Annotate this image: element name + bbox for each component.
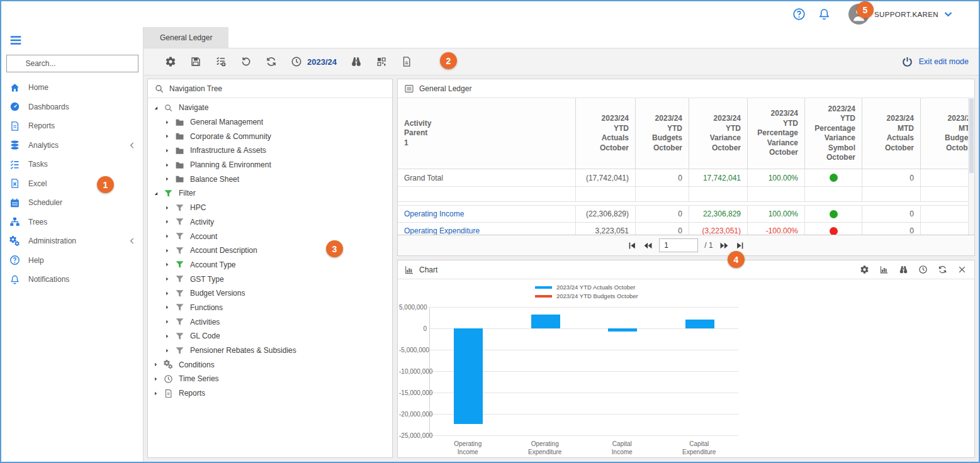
column-header-2023-24-ytd-percentage-variance-october[interactable]: 2023/24 YTD Percentage Variance October (748, 98, 805, 169)
layout-button[interactable] (376, 56, 387, 67)
column-header-2023-24-ytd-percentage-variance-symbol-october[interactable]: 2023/24 YTD Percentage Variance Symbol O… (805, 98, 862, 169)
save-button[interactable] (190, 56, 201, 67)
find-button[interactable] (351, 56, 362, 67)
column-header-2023-24-ytd-budgets-october[interactable]: 2023/24 YTD Budgets October (636, 98, 689, 169)
notification-bell-icon[interactable] (818, 8, 831, 21)
caret-icon[interactable] (164, 162, 170, 168)
tree-item-activities[interactable]: Activities (148, 315, 392, 329)
caret-icon[interactable] (153, 391, 159, 396)
table-row-operating-income: Operating Income(22,306,829)022,306,8291… (398, 206, 974, 223)
tree-item-corporate-community[interactable]: Corporate & Community (148, 129, 392, 143)
column-header-2023-24-ytd-variance-october[interactable]: 2023/24 YTD Variance October (689, 98, 748, 169)
caret-icon[interactable] (164, 176, 170, 182)
sidebar-item-notifications[interactable]: Notifications (1, 270, 143, 289)
chevron-left-icon[interactable] (128, 141, 137, 150)
tree-item-balance-sheet[interactable]: Balance Sheet (148, 172, 392, 186)
tree-item-gst-type[interactable]: GST Type (148, 272, 392, 286)
caret-icon[interactable] (164, 333, 170, 339)
column-header-2023-24-ytd-actuals-october[interactable]: 2023/24 YTD Actuals October (576, 98, 636, 169)
exit-edit-mode-button[interactable]: Exit edit mode (901, 56, 979, 68)
tree-item-filter[interactable]: Filter (148, 186, 392, 201)
caret-icon[interactable] (153, 191, 159, 196)
menu-icon[interactable] (9, 33, 23, 47)
tree-item-planning-environment[interactable]: Planning & Environment (148, 158, 392, 172)
caret-icon[interactable] (153, 105, 159, 111)
help-icon[interactable] (792, 8, 806, 21)
column-header-activity-parent-1[interactable]: Activity Parent 1 (398, 98, 576, 169)
sidebar-search-input[interactable] (6, 55, 138, 72)
row-label[interactable]: Operating Expenditure (404, 226, 480, 235)
document-button[interactable] (401, 56, 412, 67)
caret-icon[interactable] (164, 148, 170, 153)
last-page-button[interactable] (735, 241, 745, 250)
caret-icon[interactable] (164, 248, 170, 254)
sidebar-item-dashboards[interactable]: Dashboards (1, 98, 143, 117)
legend-item-2023-24-ytd-actuals-october[interactable]: 2023/24 YTD Actuals October (535, 284, 638, 291)
caret-icon[interactable] (164, 304, 170, 310)
time-period-button[interactable]: 2023/24 (291, 56, 337, 67)
refresh-button[interactable] (266, 56, 277, 67)
tree-item-hpc[interactable]: HPC (148, 201, 392, 215)
caret-icon[interactable] (164, 120, 170, 125)
tree-item-activity[interactable]: Activity (148, 215, 392, 230)
table-scrollbar[interactable] (968, 98, 974, 235)
chart-settings-icon[interactable] (860, 265, 869, 274)
scrollbar-thumb[interactable] (969, 99, 974, 173)
caret-icon[interactable] (164, 319, 170, 325)
sidebar-item-reports[interactable]: Reports (1, 116, 143, 136)
username[interactable]: SUPPORT.KAREN (874, 11, 938, 18)
tree-item-infrastructure-assets[interactable]: Infrastructure & Assets (148, 143, 392, 158)
row-label[interactable]: Operating Income (404, 209, 464, 218)
sidebar-item-trees[interactable]: Trees (1, 213, 143, 232)
settings-button[interactable] (165, 56, 176, 67)
page-number-input[interactable] (659, 238, 698, 252)
chart-type-icon[interactable] (879, 265, 889, 274)
sidebar-item-administration[interactable]: Administration (1, 232, 143, 251)
chevron-down-icon[interactable] (943, 9, 954, 20)
tree-item-account[interactable]: Account (148, 229, 392, 243)
caret-icon[interactable] (153, 376, 159, 382)
next-page-button[interactable] (719, 241, 729, 250)
sidebar-item-analytics[interactable]: Analytics (1, 136, 143, 155)
first-page-button[interactable] (628, 241, 637, 250)
caret-icon[interactable] (164, 133, 170, 139)
sidebar-item-tasks[interactable]: Tasks (1, 155, 143, 174)
tree-item-functions[interactable]: Functions (148, 301, 392, 315)
caret-icon[interactable] (164, 219, 170, 225)
caret-icon[interactable] (164, 233, 170, 239)
chart-time-icon[interactable] (918, 265, 928, 274)
tree-item-navigate[interactable]: Navigate (148, 101, 392, 115)
chart-close-icon[interactable] (957, 265, 967, 274)
caret-icon[interactable] (164, 276, 170, 282)
caret-icon[interactable] (164, 348, 170, 354)
tree-item-time-series[interactable]: Time Series (148, 372, 392, 386)
cell (748, 187, 805, 201)
tree-item-account-type[interactable]: Account Type (148, 258, 392, 272)
undo-button[interactable] (240, 56, 252, 67)
tree-item-gl-code[interactable]: GL Code (148, 329, 392, 343)
sidebar-item-excel[interactable]: Excel (1, 174, 143, 194)
tree-item-reports[interactable]: Reports (148, 386, 392, 401)
column-header-2023-24-mtd-budgets-october[interactable]: 2023/24 MTD Budgets October (921, 98, 974, 169)
chevron-left-icon[interactable] (128, 237, 137, 245)
legend-item-2023-24-ytd-budgets-october[interactable]: 2023/24 YTD Budgets October (535, 293, 638, 299)
chart-find-icon[interactable] (899, 265, 908, 274)
tree-item-conditions[interactable]: Conditions (148, 357, 392, 372)
tree-item-budget-versions[interactable]: Budget Versions (148, 286, 392, 301)
previous-page-button[interactable] (643, 241, 653, 250)
sidebar-item-home[interactable]: Home (1, 78, 143, 98)
tree-item-pensioner-rebates-subsidies[interactable]: Pensioner Rebates & Subsidies (148, 343, 392, 358)
caret-icon[interactable] (164, 291, 170, 296)
caret-icon[interactable] (164, 262, 170, 267)
tab-general-ledger[interactable]: General Ledger (144, 27, 228, 48)
cell: 100.00% (748, 206, 805, 222)
tree-item-general-management[interactable]: General Management (148, 115, 392, 130)
caret-icon[interactable] (153, 362, 159, 367)
tree-item-account-description[interactable]: Account Description (148, 243, 392, 258)
sidebar-item-help[interactable]: Help (1, 251, 143, 271)
sidebar-item-scheduler[interactable]: Scheduler (1, 193, 143, 213)
column-header-2023-24-mtd-actuals-october[interactable]: 2023/24 MTD Actuals October (862, 98, 921, 169)
edit-checklist-button[interactable] (215, 56, 227, 67)
caret-icon[interactable] (164, 205, 170, 211)
chart-refresh-icon[interactable] (938, 265, 947, 274)
